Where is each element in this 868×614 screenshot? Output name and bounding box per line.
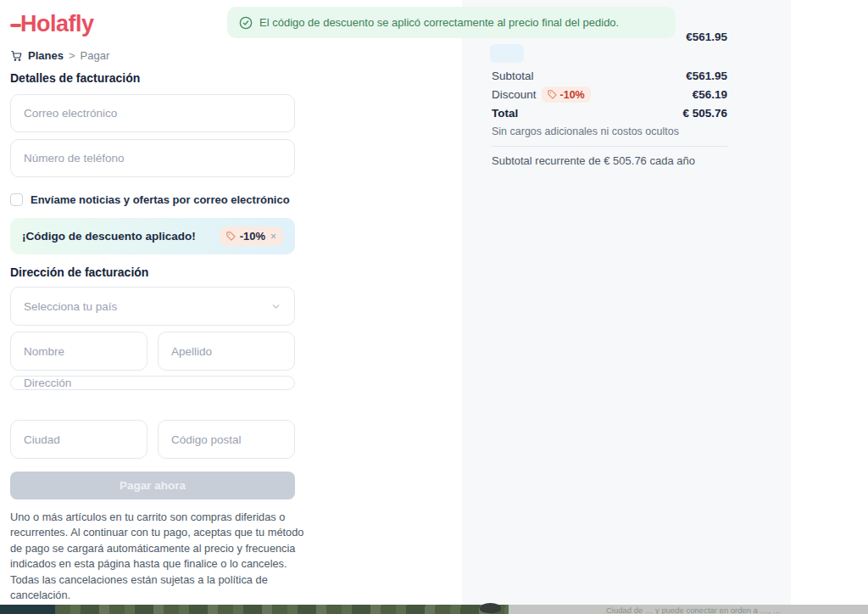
success-toast: El código de descuento se aplicó correct… (227, 7, 676, 38)
breadcrumb-separator: > (69, 49, 75, 62)
background-page-strip: Ciudad de … y puede conectar en orden a … (0, 605, 868, 614)
billing-address-heading: Dirección de facturación (10, 265, 148, 279)
newsletter-checkbox[interactable] (10, 193, 23, 206)
subtotal-label: Subtotal (492, 70, 534, 82)
city-field[interactable] (10, 420, 147, 459)
breadcrumb: Planes > Pagar (10, 49, 109, 62)
total-row: Total € 505.76 (492, 107, 727, 120)
discount-label: Discount -10% (492, 87, 591, 103)
remove-discount-icon[interactable]: × (270, 231, 276, 243)
background-toolbar-segment: Ciudad de … y puede conectar en orden a … (509, 605, 868, 614)
discount-value: €56.19 (693, 88, 727, 101)
subtotal-row: Subtotal €561.95 (492, 70, 727, 82)
chat-launcher-icon[interactable] (480, 603, 501, 613)
discount-applied-text: ¡Código de descuento aplicado! (22, 230, 196, 243)
background-photo-segment (55, 605, 509, 614)
subtotal-value: €561.95 (686, 70, 727, 82)
plan-price: €561.95 (686, 31, 727, 43)
logo-text: Holafly (20, 11, 94, 37)
holafly-logo[interactable]: Holafly (10, 11, 94, 37)
total-label: Total (492, 107, 518, 120)
discount-row: Discount -10% €56.19 (492, 88, 727, 101)
order-summary-panel: €561.95 Subtotal €561.95 Discount -10% €… (462, 0, 791, 605)
total-value: € 505.76 (682, 107, 727, 120)
discount-applied-badge: -10% × (220, 226, 283, 246)
no-hidden-fees-note: Sin cargos adicionales ni costos ocultos (492, 126, 727, 137)
email-field[interactable] (10, 94, 295, 132)
background-photo-dark-segment (0, 605, 55, 614)
discount-applied-banner: ¡Código de descuento aplicado! -10% × (10, 218, 295, 254)
discount-badge-text: -10% (240, 230, 265, 243)
discount-badge: -10% (542, 87, 591, 103)
zip-field[interactable] (158, 420, 295, 459)
country-select-placeholder: Selecciona tu país (24, 300, 117, 313)
billing-details-heading: Detalles de facturación (10, 71, 140, 85)
plan-badge (490, 44, 524, 63)
discount-label-text: Discount (492, 88, 537, 101)
summary-divider (492, 146, 727, 147)
background-clipped-text: Ciudad de … y puede conectar en orden a … (606, 606, 781, 614)
country-select[interactable]: Selecciona tu país (10, 287, 295, 326)
chevron-down-icon (270, 301, 281, 312)
breadcrumb-pagar: Pagar (81, 49, 110, 62)
recurring-note: Subtotal recurrente de € 505.76 cada año (492, 154, 727, 167)
address-field[interactable] (10, 376, 295, 390)
check-circle-icon (239, 16, 253, 30)
newsletter-label: Envíame noticias y ofertas por correo el… (31, 193, 290, 206)
last-name-field[interactable] (158, 332, 295, 371)
first-name-field[interactable] (10, 332, 147, 371)
tag-icon (548, 90, 557, 99)
tag-icon (226, 232, 236, 241)
phone-field[interactable] (10, 139, 295, 177)
breadcrumb-planes[interactable]: Planes (28, 49, 64, 62)
cart-icon (10, 49, 23, 62)
recurring-payment-legal-text: Uno o más artículos en tu carrito son co… (10, 510, 305, 604)
order-summary: Subtotal €561.95 Discount -10% €56.19 To… (492, 70, 727, 167)
pay-now-button[interactable]: Pagar ahora (10, 472, 295, 500)
discount-badge-text: -10% (560, 89, 585, 101)
newsletter-opt-in: Envíame noticias y ofertas por correo el… (10, 193, 290, 206)
toast-message: El código de descuento se aplicó correct… (259, 16, 619, 29)
